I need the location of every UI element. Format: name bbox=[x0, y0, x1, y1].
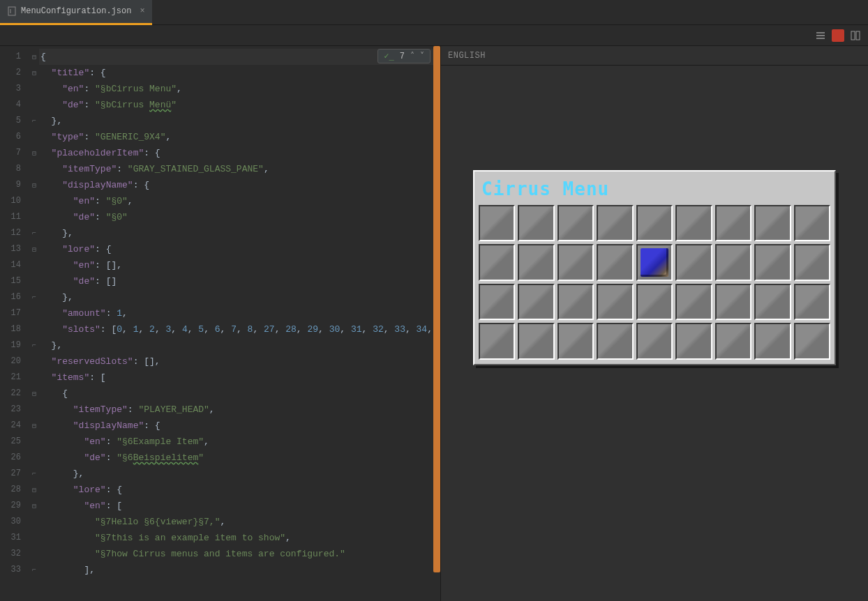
inventory-slot[interactable] bbox=[715, 284, 751, 320]
fold-marker[interactable]: ⊟ bbox=[29, 49, 39, 65]
fold-marker[interactable]: ⌐ bbox=[29, 562, 39, 578]
code-line[interactable]: "lore": { bbox=[39, 482, 440, 498]
menu-icon[interactable] bbox=[815, 30, 826, 41]
inventory-slot[interactable] bbox=[794, 244, 830, 280]
inventory-slot[interactable] bbox=[754, 244, 791, 280]
inventory-slot[interactable] bbox=[754, 284, 791, 320]
fold-marker[interactable] bbox=[29, 97, 39, 113]
code-area[interactable]: ✓̲ 7 ˄ ˅ { "title": { "en": "§bCirrus Me… bbox=[39, 46, 440, 601]
code-line[interactable]: "de": [] bbox=[39, 273, 440, 289]
code-line[interactable]: "en": [ bbox=[39, 498, 440, 514]
inventory-slot[interactable] bbox=[518, 323, 554, 359]
fold-marker[interactable] bbox=[29, 514, 39, 530]
fold-marker[interactable] bbox=[29, 161, 39, 177]
fold-marker[interactable] bbox=[29, 305, 39, 321]
inventory-slot[interactable] bbox=[636, 205, 673, 241]
inventory-slot[interactable] bbox=[597, 284, 633, 320]
code-line[interactable]: "en": "§6Example Item", bbox=[39, 434, 440, 450]
code-line[interactable]: }, bbox=[39, 466, 440, 482]
inventory-slot[interactable] bbox=[715, 244, 751, 280]
fold-marker[interactable]: ⊟ bbox=[29, 418, 39, 434]
inventory-slot[interactable] bbox=[636, 323, 673, 359]
inventory-slot[interactable] bbox=[518, 284, 554, 320]
code-line[interactable]: "lore": { bbox=[39, 241, 440, 257]
toggle-preview-icon[interactable] bbox=[832, 29, 844, 42]
inventory-slot[interactable] bbox=[675, 205, 712, 241]
code-line[interactable]: }, bbox=[39, 337, 440, 353]
code-line[interactable]: "title": { bbox=[39, 65, 440, 81]
code-line[interactable]: "amount": 1, bbox=[39, 305, 440, 321]
code-line[interactable]: }, bbox=[39, 225, 440, 241]
fold-marker[interactable]: ⌐ bbox=[29, 466, 39, 482]
close-icon[interactable]: × bbox=[140, 6, 144, 16]
code-line[interactable]: "displayName": { bbox=[39, 177, 440, 193]
inventory-slot[interactable] bbox=[675, 244, 712, 280]
code-line[interactable]: "en": "§0", bbox=[39, 193, 440, 209]
chevron-up-icon[interactable]: ˄ bbox=[410, 51, 414, 61]
code-line[interactable]: "de": "§0" bbox=[39, 209, 440, 225]
fold-marker[interactable] bbox=[29, 81, 39, 97]
code-line[interactable]: "type": "GENERIC_9X4", bbox=[39, 129, 440, 145]
fold-marker[interactable] bbox=[29, 321, 39, 337]
code-line[interactable]: "placeholderItem": { bbox=[39, 145, 440, 161]
fold-marker[interactable]: ⊟ bbox=[29, 145, 39, 161]
inventory-slot[interactable] bbox=[518, 205, 554, 241]
inventory-slot[interactable] bbox=[636, 284, 673, 320]
fold-marker[interactable] bbox=[29, 353, 39, 370]
inventory-slot[interactable] bbox=[597, 205, 633, 241]
code-line[interactable]: "de": "§6Beispielitem" bbox=[39, 450, 440, 466]
inventory-slot[interactable] bbox=[518, 244, 554, 280]
code-line[interactable]: "slots": [0, 1, 2, 3, 4, 5, 6, 7, 8, 27,… bbox=[39, 321, 440, 337]
chevron-down-icon[interactable]: ˅ bbox=[420, 51, 424, 61]
editor-tab[interactable]: MenuConfiguration.json × bbox=[0, 0, 152, 25]
inventory-slot[interactable] bbox=[675, 284, 712, 320]
fold-marker[interactable] bbox=[29, 129, 39, 145]
code-line[interactable]: "itemType": "PLAYER_HEAD", bbox=[39, 402, 440, 418]
code-line[interactable]: ], bbox=[39, 562, 440, 578]
code-line[interactable]: "items": [ bbox=[39, 370, 440, 386]
fold-marker[interactable] bbox=[29, 402, 39, 418]
inventory-slot[interactable] bbox=[794, 284, 830, 320]
inventory-slot[interactable] bbox=[675, 323, 712, 359]
inventory-slot[interactable] bbox=[558, 205, 594, 241]
inventory-slot[interactable] bbox=[479, 284, 515, 320]
fold-marker[interactable]: ⌐ bbox=[29, 113, 39, 129]
language-selector-label[interactable]: ENGLISH bbox=[448, 51, 486, 61]
inventory-slot[interactable] bbox=[754, 323, 791, 359]
inventory-slot[interactable] bbox=[558, 244, 594, 280]
fold-marker[interactable] bbox=[29, 257, 39, 273]
inventory-slot[interactable] bbox=[558, 323, 594, 359]
inventory-slot[interactable] bbox=[597, 323, 633, 359]
inventory-slot[interactable] bbox=[715, 323, 751, 359]
problems-widget[interactable]: ✓̲ 7 ˄ ˅ bbox=[377, 49, 431, 63]
code-line[interactable]: "en": [], bbox=[39, 257, 440, 273]
code-line[interactable]: "de": "§bCirrus Menü" bbox=[39, 97, 440, 113]
code-line[interactable]: "§7Hello §6{viewer}§7,", bbox=[39, 514, 440, 530]
fold-marker[interactable] bbox=[29, 450, 39, 466]
fold-marker[interactable] bbox=[29, 209, 39, 225]
fold-marker[interactable]: ⊟ bbox=[29, 177, 39, 193]
inventory-slot[interactable] bbox=[558, 284, 594, 320]
code-line[interactable]: "en": "§bCirrus Menu", bbox=[39, 81, 440, 97]
code-line[interactable]: "reservedSlots": [], bbox=[39, 353, 440, 370]
inventory-slot[interactable] bbox=[754, 205, 791, 241]
fold-marker[interactable]: ⊟ bbox=[29, 482, 39, 498]
code-line[interactable]: }, bbox=[39, 289, 440, 305]
fold-marker[interactable] bbox=[29, 273, 39, 289]
code-line[interactable]: "§7how Cirrus menus and items are config… bbox=[39, 546, 440, 562]
fold-marker[interactable]: ⊟ bbox=[29, 241, 39, 257]
code-line[interactable]: }, bbox=[39, 113, 440, 129]
code-line[interactable]: { bbox=[39, 386, 440, 402]
fold-marker[interactable] bbox=[29, 193, 39, 209]
fold-marker[interactable]: ⊟ bbox=[29, 498, 39, 514]
code-line[interactable]: "itemType": "GRAY_STAINED_GLASS_PANE", bbox=[39, 161, 440, 177]
fold-marker[interactable]: ⌐ bbox=[29, 225, 39, 241]
fold-marker[interactable]: ⌐ bbox=[29, 337, 39, 353]
code-line[interactable]: "displayName": { bbox=[39, 418, 440, 434]
inventory-slot[interactable] bbox=[479, 205, 515, 241]
fold-marker[interactable] bbox=[29, 434, 39, 450]
fold-marker[interactable]: ⊟ bbox=[29, 386, 39, 402]
fold-marker[interactable] bbox=[29, 370, 39, 386]
inventory-slot[interactable] bbox=[715, 205, 751, 241]
inventory-slot[interactable] bbox=[794, 323, 830, 359]
